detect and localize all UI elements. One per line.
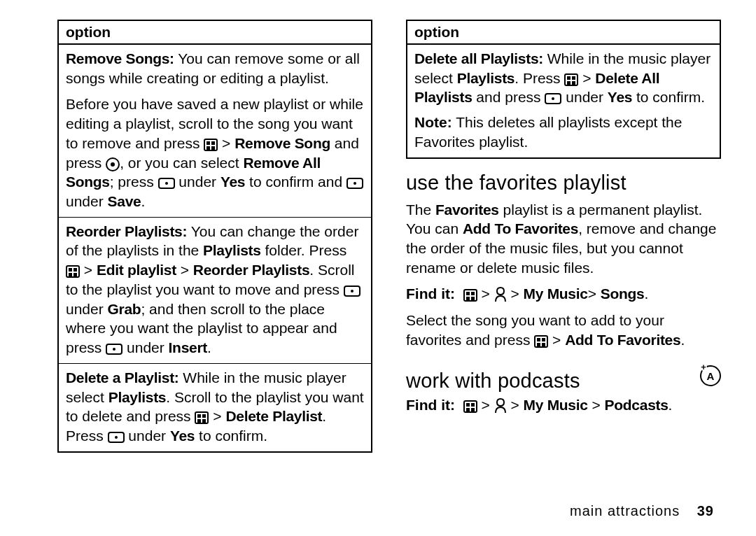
- text: under: [125, 428, 170, 444]
- softkey-icon: [545, 93, 561, 104]
- heading-podcasts-row: work with podcasts A: [406, 357, 721, 395]
- gt: >: [507, 285, 524, 302]
- text: to confirm and: [245, 174, 346, 190]
- section-name: main attractions: [570, 503, 680, 519]
- find-it-songs: Find it: > > My Music> Songs.: [406, 284, 721, 304]
- label-save: Save: [108, 193, 141, 209]
- multimedia-icon: [494, 398, 507, 414]
- right-column: option Delete all Playlists: While in th…: [406, 20, 721, 515]
- lead-delete: Delete a Playlist:: [66, 369, 179, 386]
- softkey-icon: [158, 178, 175, 189]
- label-podcasts: Podcasts: [605, 397, 668, 413]
- find-it-podcasts: Find it: > > My Music > Podcasts.: [406, 395, 721, 415]
- softkey-icon: [106, 344, 122, 355]
- manual-page: option Remove Songs: You can remove some…: [0, 0, 756, 536]
- label-my-music: My Music: [524, 397, 588, 413]
- multimedia-icon: [494, 287, 507, 302]
- label-delete-playlist: Delete Playlist: [225, 408, 322, 424]
- label-add-to-favorites: Add To Favorites: [463, 220, 578, 237]
- text: The: [406, 202, 435, 218]
- find-it-label: Find it:: [406, 397, 455, 413]
- label-insert: Insert: [169, 339, 207, 355]
- select-song-instruction: Select the song you want to add to your …: [406, 311, 721, 349]
- label-playlists: Playlists: [108, 389, 167, 405]
- text: .: [207, 339, 211, 355]
- feature-indicator-icon: A: [700, 365, 721, 386]
- gt: >: [209, 408, 225, 424]
- label-songs: Songs: [601, 285, 645, 302]
- label-playlists: Playlists: [457, 70, 515, 86]
- label-edit-playlist: Edit playlist: [97, 262, 176, 278]
- lead-reorder: Reorder Playlists:: [66, 223, 187, 239]
- text: under: [122, 339, 168, 355]
- text: .: [141, 193, 145, 209]
- menu-icon: [534, 335, 548, 348]
- menu-icon: [66, 265, 80, 278]
- gt: >: [507, 397, 524, 413]
- menu-icon: [463, 400, 477, 413]
- menu-icon: [564, 73, 578, 86]
- label-favorites: Favorites: [435, 202, 499, 218]
- label-yes: Yes: [220, 174, 245, 190]
- heading-favorites-playlist: use the favorites playlist: [406, 171, 721, 195]
- text: under: [175, 174, 220, 190]
- label-remove-song: Remove Song: [234, 135, 330, 151]
- label-yes: Yes: [170, 428, 195, 444]
- right-option-table: option Delete all Playlists: While in th…: [406, 20, 721, 159]
- lead-remove-songs: Remove Songs:: [66, 50, 174, 66]
- heading-work-with-podcasts: work with podcasts: [406, 369, 580, 393]
- text: under: [66, 301, 108, 317]
- row-remove-songs: Remove Songs: You can remove some or all…: [58, 44, 372, 217]
- row-delete-all-playlists: Delete all Playlists: While in the music…: [407, 44, 720, 158]
- menu-icon: [204, 139, 218, 151]
- softkey-icon: [108, 432, 125, 443]
- left-table-header: option: [58, 20, 372, 44]
- gt: >: [588, 285, 601, 302]
- label-reorder-playlists: Reorder Playlists: [193, 262, 309, 278]
- note-text: This deletes all playlists except the Fa…: [414, 114, 682, 150]
- softkey-icon: [346, 178, 363, 189]
- menu-icon: [463, 289, 477, 302]
- text: under: [66, 193, 108, 209]
- row-delete-playlist: Delete a Playlist: While in the music pl…: [58, 363, 372, 451]
- text: to confirm.: [632, 89, 705, 105]
- favorites-description: The Favorites playlist is a permanent pl…: [406, 200, 721, 278]
- text: folder. Press: [261, 242, 347, 258]
- label-my-music: My Music: [524, 285, 588, 302]
- note-lead: Note:: [414, 114, 452, 130]
- softkey-icon: [344, 285, 360, 297]
- left-column: option Remove Songs: You can remove some…: [57, 20, 372, 515]
- gt: >: [80, 262, 97, 278]
- text: , or you can select: [120, 155, 243, 171]
- menu-icon: [195, 411, 209, 424]
- label-yes: Yes: [608, 89, 632, 105]
- text: to confirm.: [195, 428, 267, 444]
- center-key-icon: [106, 157, 120, 171]
- text: and press: [472, 89, 545, 105]
- label-playlists: Playlists: [203, 242, 261, 258]
- find-it-label: Find it:: [406, 285, 455, 302]
- text: under: [561, 89, 607, 105]
- gt: >: [176, 262, 193, 278]
- text: .: [680, 332, 685, 348]
- label-grab: Grab: [108, 301, 141, 317]
- text: .: [668, 397, 673, 413]
- gt: >: [218, 135, 234, 151]
- gt: >: [548, 332, 565, 348]
- right-table-header: option: [407, 20, 720, 44]
- label-add-to-favorites: Add To Favorites: [565, 332, 680, 348]
- page-number: 39: [697, 503, 714, 519]
- gt: >: [588, 397, 605, 413]
- lead-delete-all: Delete all Playlists:: [414, 50, 543, 66]
- page-footer: main attractions 39: [570, 503, 714, 519]
- row-reorder-playlists: Reorder Playlists: You can change the or…: [58, 217, 372, 363]
- text: ; press: [110, 174, 158, 190]
- text: .: [644, 285, 648, 302]
- gt: >: [477, 397, 494, 413]
- left-option-table: option Remove Songs: You can remove some…: [57, 20, 372, 453]
- gt: >: [477, 285, 494, 302]
- text: . Press: [514, 70, 564, 86]
- gt: >: [578, 70, 595, 86]
